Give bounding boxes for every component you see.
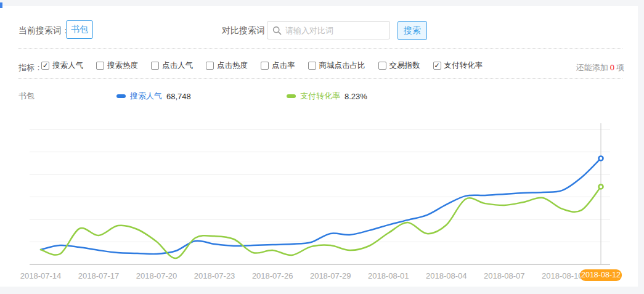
endpoint-marker (599, 184, 603, 189)
x-axis-label: 2018-08-01 (361, 271, 416, 280)
x-axis-label: 2018-07-14 (13, 271, 68, 280)
x-axis-label: 2018-08-07 (476, 271, 532, 280)
x-axis-label: 2018-07-23 (187, 271, 242, 280)
series-line-支付转化率 (41, 187, 601, 258)
x-axis-label: 2018-07-20 (129, 271, 184, 280)
content-card: 当前搜索词： 书包 对比搜索词： 搜索 指标： ✓搜索人气搜索热度点击人气点击热… (0, 6, 638, 287)
series-line-搜索人气 (41, 158, 601, 254)
x-axis-label: 2018-07-26 (245, 271, 300, 280)
corner-fragment (0, 2, 2, 8)
x-axis-label: 2018-07-17 (71, 271, 126, 280)
trend-line-chart (0, 6, 638, 287)
x-axis-label: 2018-07-29 (303, 271, 358, 280)
x-axis-label: 2018-08-04 (418, 271, 474, 280)
endpoint-marker (599, 156, 603, 160)
page-margin-bottom (0, 287, 644, 294)
highlighted-date-badge: 2018-08-12 (580, 269, 622, 281)
search-trend-analysis-page: 当前搜索词： 书包 对比搜索词： 搜索 指标： ✓搜索人气搜索热度点击人气点击热… (0, 0, 644, 294)
page-margin-right (638, 0, 644, 294)
